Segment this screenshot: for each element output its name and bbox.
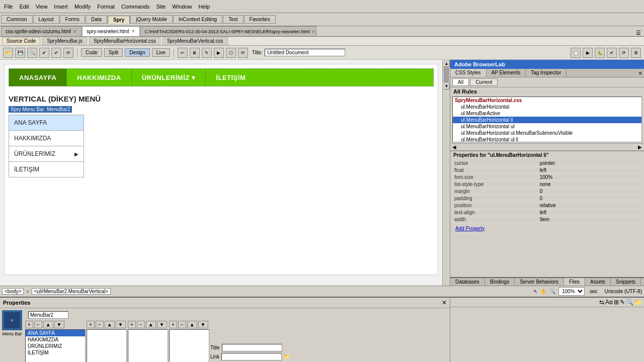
menu-items-list-1[interactable]: ANA SAYFA HAKKIMIZDA ÜRÜNLERIMIZ İLETİŞİ… [25,329,86,362]
insert-tab-spry[interactable]: Spry [108,16,130,24]
remove-item-btn-4[interactable]: − [178,321,186,328]
toolbar-icon-3[interactable]: 🔍 [27,48,37,58]
split-button[interactable]: Split [104,48,123,57]
cursor-icon[interactable]: ↖ [533,289,537,294]
rule-item-3[interactable]: ul.MenuBarHorizontal ul [453,123,641,130]
move-up-btn-4[interactable]: ▲ [187,321,197,328]
all-btn[interactable]: All [452,78,469,86]
toolbar-icon-5[interactable]: ✔ [51,48,61,58]
body-tag[interactable]: <body> [2,288,24,295]
rule-item-5[interactable]: ul.MenuBarHorizontal ul li [453,136,641,142]
menu-modify[interactable]: Modify [71,3,94,10]
toolbar-icon-9[interactable]: ✎ [202,48,212,58]
insert-tab-jquery[interactable]: jQuery Mobile [130,15,173,24]
tools-icon[interactable]: ⚙ [631,48,641,58]
live-button[interactable]: Live [152,48,170,57]
debug-icon[interactable]: 🐛 [595,48,605,58]
rules-scroll-left[interactable]: ◀ [452,144,456,150]
prop-icon-5[interactable]: 🔍 [626,299,633,306]
menu-window[interactable]: Window [169,3,195,10]
file-options-icon[interactable]: ☰ [633,30,644,36]
tab-spry-nesneleri[interactable]: spry-nesneleri.html ✕ [82,26,139,36]
rb-tab-bindings[interactable]: Bindings [485,278,515,286]
source-tab-js[interactable]: SpryMenuBar.js [42,37,87,45]
properties-panel-close[interactable]: ✕ [442,299,447,306]
rb-tab-assets[interactable]: Assets [585,278,611,286]
browse-icon[interactable]: 📁 [284,354,290,359]
toolbar-icon-6[interactable]: ⟳ [63,48,73,58]
rules-list[interactable]: SpryMenuBarHorizontal.css ul.MenuBarHori… [452,97,642,142]
sync-icon[interactable]: ⟳ [619,48,629,58]
prop-icon-3[interactable]: ⊞ [614,299,619,306]
rule-item-0[interactable]: ul.MenuBarHorizontal [453,104,641,110]
menu-commands[interactable]: Commands [118,3,152,10]
title-input[interactable] [265,49,345,56]
add-property-link[interactable]: Add Property [453,225,487,232]
menu-item-2[interactable]: ÜRÜNLERIMIZ [26,343,85,349]
title-input-prop[interactable] [222,344,282,351]
move-down-btn-1[interactable]: ▼ [54,321,64,328]
v-menu-item-anasayfa[interactable]: ANA SAYFA [9,115,84,131]
rb-tab-server[interactable]: Server Behaviors [515,278,564,286]
current-btn[interactable]: Current [470,78,498,86]
rule-item-2[interactable]: ul.MenuBarHorizontal li [453,117,641,123]
prop-icon-2[interactable]: Αα [605,299,613,306]
menu-items-list-2[interactable] [87,329,127,362]
v-menu-item-urunler[interactable]: ÜRÜNLERİMİZ ▶ [9,146,84,162]
toolbar-icon-4[interactable]: ✔ [39,48,49,58]
file-mgmt-icon[interactable]: 📋 [571,48,581,58]
prop-icon-6[interactable]: 📁 [634,299,642,306]
tab-close-spry[interactable]: ✕ [131,29,135,34]
move-up-btn-3[interactable]: ▲ [146,321,156,328]
insert-tab-text[interactable]: Text [223,15,243,24]
menu-item-0[interactable]: ANA SAYFA [26,330,85,336]
design-scrollbar[interactable]: ▲ ▼ [442,60,450,286]
move-down-btn-4[interactable]: ▼ [198,321,208,328]
h-menu-item-iletisim[interactable]: İLETİŞİM [206,69,256,86]
tab-full-path[interactable]: C:\HAFTAICI\DERS-012-30-04-2013-SALI-SPR… [140,26,316,36]
toolbar-icon-2[interactable]: 💾 [15,48,25,58]
rb-tab-files[interactable]: Files [564,278,585,286]
menu-items-list-4[interactable] [169,329,209,362]
zoom-icon[interactable]: 🔍 [549,289,555,294]
rb-tab-snippets[interactable]: Snippets [611,278,641,286]
panel-tab-css[interactable]: CSS Styles [450,69,487,77]
code-button[interactable]: Code [81,48,102,57]
add-item-btn-4[interactable]: + [169,321,177,328]
insert-tab-incontext[interactable]: InContext Editing [173,15,222,24]
spry-menubar-tag[interactable]: Spry Menu Bar: MenuBar2 [9,106,72,113]
menu-insert[interactable]: Insert [51,3,71,10]
menu-site[interactable]: Site [153,3,169,10]
toolbar-icon-12[interactable]: ⟳ [238,48,248,58]
panel-tab-tag[interactable]: Tag Inspector [526,69,567,77]
add-item-btn-1[interactable]: + [25,321,33,328]
link-input-prop[interactable] [221,353,282,360]
h-menu-item-urunler[interactable]: ÜRÜNLERİMİZ ▾ [132,69,206,86]
preview-icon[interactable]: ▶ [583,48,593,58]
move-up-btn-1[interactable]: ▲ [43,321,53,328]
add-item-btn-2[interactable]: + [87,321,95,328]
menu-items-list-3[interactable] [128,329,168,362]
insert-tab-data[interactable]: Data [86,15,107,24]
menu-item-1[interactable]: HAKKIMIZDA [26,336,85,343]
menu-item-3[interactable]: İLETİŞİM [26,349,85,356]
remove-item-btn-3[interactable]: − [137,321,145,328]
add-item-btn-3[interactable]: + [128,321,136,328]
source-tab-h-css[interactable]: SpryMenuBarHorizontal.css [89,37,160,45]
panel-options-icon[interactable]: ≡ [637,69,644,77]
h-menu-item-hakkimizda[interactable]: HAKKIMIZDA [67,69,131,86]
toolbar-icon-7[interactable]: ↩ [178,48,188,58]
insert-tab-layout[interactable]: Layout [33,15,59,24]
selector-tag[interactable]: <ul#MenuBar2.MenuBarVertical> [32,288,111,295]
insert-tab-common[interactable]: Common [1,15,33,24]
v-menu-item-hakkimizda[interactable]: HAKKIMIZDA [9,131,84,146]
source-tab-v-css[interactable]: SpryMenuBarVertical.css [163,37,228,45]
prop-icon-4[interactable]: ✎ [620,299,625,306]
menu-edit[interactable]: Edit [17,3,32,10]
rule-item-1[interactable]: ul.MenuBarActive [453,110,641,117]
panel-tab-ap[interactable]: AP Elements [487,69,526,77]
rule-item-4[interactable]: ul.MenuBarHorizontal ul.MenuBarSubmenuVi… [453,130,641,136]
hand-icon[interactable]: ✋ [540,289,546,294]
source-tab-source[interactable]: Source Code [2,37,40,45]
menu-help[interactable]: Help [195,3,213,10]
